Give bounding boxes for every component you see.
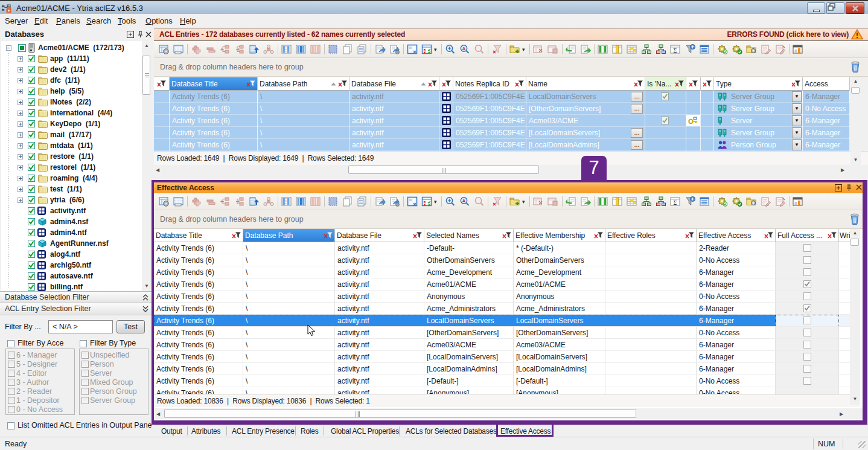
svg-text:Σ: Σ <box>674 47 677 54</box>
svg-text:Σ: Σ <box>674 199 677 206</box>
svg-text:A: A <box>462 198 466 203</box>
svg-text:A: A <box>462 45 466 51</box>
